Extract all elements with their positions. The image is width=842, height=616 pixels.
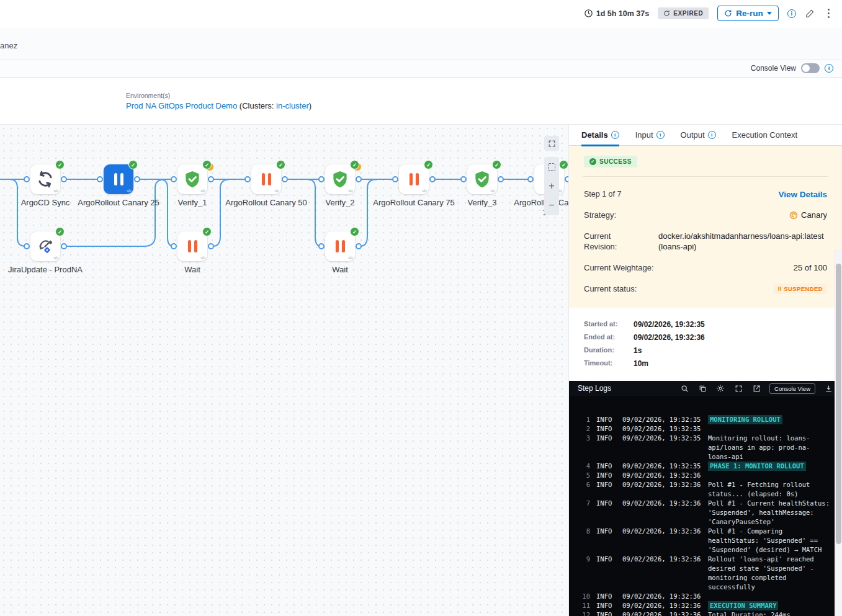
pipeline-node-wait-1[interactable]: Wait [177, 231, 207, 261]
pause-icon [778, 287, 782, 291]
panel-scrollbar-thumb[interactable] [836, 264, 841, 544]
revision-value: docker.io/akshitmadanharness/loans-api:l… [658, 231, 827, 252]
shield-check-icon [473, 170, 491, 189]
time-row: Duration: 1s [584, 346, 827, 355]
pipeline-node-argorollout-canary-50[interactable]: ArgoRollout Canary 50 [251, 164, 281, 194]
environment-label: Environment(s) [126, 92, 842, 99]
pipeline-node-argorollout-canary-75[interactable]: ArgoRollout Canary 75 [399, 164, 429, 194]
log-message: Monitoring rollout: loans-api/loans in a… [708, 434, 833, 462]
environment-link[interactable]: Prod NA GitOps Product Demo [126, 101, 237, 110]
zoom-in-button[interactable]: + [544, 179, 559, 193]
weightage-label: Current Weightage: [584, 262, 654, 273]
time-row: Ended at: 09/02/2026, 19:32:36 [584, 333, 827, 342]
log-level: INFO [596, 527, 616, 555]
rerun-button[interactable]: Re-run [717, 6, 779, 21]
pipeline-node-wait-2[interactable]: Wait [325, 231, 355, 261]
zoom-out-button[interactable]: − [544, 199, 559, 212]
output-info-icon[interactable] [708, 131, 716, 139]
canvas-zoom-controls: + − [544, 157, 559, 215]
pipeline-node-verify-2[interactable]: Verify_2 [325, 164, 355, 194]
tab-input[interactable]: Input [635, 125, 665, 146]
success-badge-icon [276, 160, 285, 169]
log-message: Total Duration: 244ms [708, 610, 833, 616]
node-label: JiraUpdate - ProdNA [4, 265, 86, 275]
time-value: 1s [634, 346, 827, 355]
weightage-value: 25 of 100 [794, 262, 827, 273]
node-label: ArgoRollout Canary 50 [225, 198, 307, 208]
success-badge-icon [202, 227, 212, 236]
console-view-info-icon[interactable] [825, 64, 833, 73]
log-level: INFO [596, 592, 616, 601]
pipeline-node-argocd-sync[interactable]: ArgoCD Sync [30, 164, 60, 194]
log-list[interactable]: 1 INFO 09/02/2026, 19:32:35 MONITORING R… [569, 396, 842, 616]
success-badge-icon [350, 160, 359, 169]
log-line: 8 INFO 09/02/2026, 19:32:36 Poll #1 - Co… [576, 527, 833, 555]
pause-icon [114, 173, 123, 185]
step-info: Step 1 of 7 [584, 190, 621, 199]
open-in-new-icon[interactable] [751, 383, 761, 393]
pipeline-node-argorollout-canary-25[interactable]: ArgoRollout Canary 25 [104, 164, 133, 194]
log-line: 6 INFO 09/02/2026, 19:32:36 Poll #1 - Fe… [576, 480, 833, 499]
log-settings-icon[interactable] [715, 383, 725, 393]
log-message [708, 471, 833, 480]
details-info-icon[interactable] [611, 131, 619, 139]
console-view-toggle[interactable] [801, 63, 820, 73]
success-badge-icon [128, 160, 138, 169]
log-line: 10 INFO 09/02/2026, 19:32:36 [576, 592, 833, 601]
pipeline-node-verify-1[interactable]: Verify_1 [177, 164, 207, 194]
tab-output[interactable]: Output [681, 125, 716, 146]
log-level: INFO [596, 499, 616, 527]
rerun-info-icon[interactable] [787, 9, 796, 18]
tab-details[interactable]: Details [581, 125, 619, 146]
pause-icon [188, 240, 197, 252]
template-icon [348, 256, 352, 260]
log-line-number: 5 [576, 471, 590, 480]
edit-pencil-icon[interactable] [805, 8, 815, 19]
success-badge-icon [55, 160, 65, 169]
shield-check-icon [183, 170, 202, 189]
log-line: 2 INFO 09/02/2026, 19:32:35 [576, 424, 833, 434]
input-info-icon[interactable] [656, 131, 665, 139]
pipeline-node-jiraupdate-prodna[interactable]: JiraUpdate - ProdNA [30, 231, 60, 261]
log-search-icon[interactable] [679, 383, 689, 393]
time-value: 10m [634, 359, 827, 368]
rerun-icon [724, 9, 732, 17]
log-timestamp: 09/02/2026, 19:32:36 [622, 480, 702, 499]
log-level: INFO [596, 415, 616, 424]
more-options-icon[interactable] [824, 7, 833, 19]
log-message: Poll #1 - Comparing healthStatus: 'Suspe… [708, 527, 833, 555]
download-logs-icon[interactable] [823, 383, 833, 393]
time-row: Started at: 09/02/2026, 19:32:35 [584, 320, 827, 329]
view-details-link[interactable]: View Details [778, 190, 827, 199]
pipeline-node-verify-3[interactable]: Verify_3 [467, 164, 497, 194]
log-line-number: 9 [576, 555, 590, 592]
node-label: ArgoRollout Canary 25 [78, 198, 159, 208]
tab-execution-context[interactable]: Execution Context [732, 125, 798, 146]
pipeline-canvas[interactable]: ArgoCD Sync ArgoRollout Canary 25 Verify… [0, 125, 568, 616]
fullscreen-canvas-button[interactable] [544, 136, 559, 151]
breadcrumb-bar: anez [0, 28, 842, 60]
log-message: PHASE 1: MONITOR ROLLOUT [708, 462, 806, 471]
log-timestamp: 09/02/2026, 19:32:35 [622, 415, 702, 424]
log-line-number: 4 [576, 462, 590, 471]
log-line: 9 INFO 09/02/2026, 19:32:36 Rollout 'loa… [576, 555, 833, 592]
suspended-status-badge: SUSPENDED [774, 283, 827, 294]
cluster-link[interactable]: in-cluster [276, 101, 309, 110]
success-badge-icon [202, 160, 212, 169]
divider [583, 176, 828, 177]
log-level: INFO [596, 610, 616, 616]
current-status-label: Current status: [584, 283, 637, 294]
success-badge-icon [492, 160, 501, 169]
log-message: Poll #1 - Fetching rollout status... (el… [708, 480, 833, 499]
node-label: ArgoRollout Canary 100 [508, 198, 568, 218]
template-icon [53, 256, 58, 260]
log-copy-icon[interactable] [697, 383, 707, 393]
log-fullscreen-icon[interactable] [733, 383, 743, 393]
log-level: INFO [596, 471, 616, 480]
zoom-to-fit-button[interactable] [544, 160, 559, 174]
log-line: 5 INFO 09/02/2026, 19:32:36 [576, 471, 833, 480]
log-line-number: 3 [576, 434, 590, 462]
node-label: Wait [151, 265, 233, 275]
template-icon [422, 189, 426, 193]
log-console-view-button[interactable]: Console View [769, 383, 815, 394]
